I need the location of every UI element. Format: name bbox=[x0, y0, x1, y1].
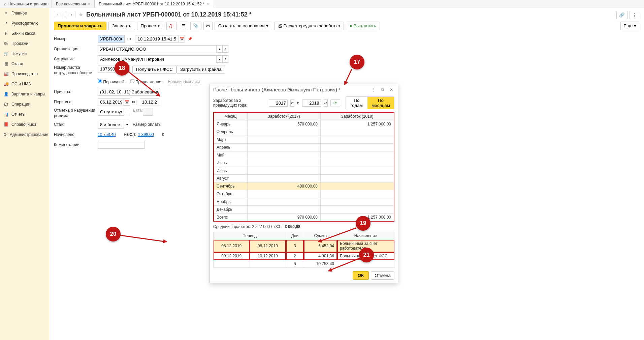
table-row[interactable]: Октябрь bbox=[214, 190, 394, 198]
load-from-file-button[interactable]: Загрузить из файла bbox=[176, 65, 225, 74]
date-field[interactable] bbox=[135, 35, 179, 43]
back-button[interactable]: ← bbox=[54, 11, 63, 18]
sidebar-item-purchases[interactable]: 🛒Покупки bbox=[0, 49, 49, 59]
document-icon[interactable]: ☰ bbox=[179, 22, 188, 30]
cancel-button[interactable]: Отмена bbox=[371, 271, 394, 280]
attachment-icon[interactable]: 📎 bbox=[190, 22, 201, 30]
save-button[interactable]: Записать bbox=[108, 22, 135, 30]
table-row[interactable]: Август bbox=[214, 175, 394, 182]
sidebar-item-assets[interactable]: 🚚ОС и НМА bbox=[0, 79, 49, 89]
calendar-icon[interactable]: 📅 bbox=[179, 35, 185, 42]
more-button[interactable]: Еще ▾ bbox=[620, 22, 639, 30]
dropdown-icon[interactable]: ▾ bbox=[216, 55, 222, 63]
cell-month: Июль bbox=[214, 167, 247, 175]
ellipsis-icon[interactable]: … bbox=[124, 108, 130, 115]
dropdown-icon[interactable]: ▾ bbox=[124, 121, 130, 128]
sidebar-item-bank[interactable]: ₽Банк и касса bbox=[0, 28, 49, 38]
spinner-icon[interactable]: ▴▾ bbox=[324, 99, 328, 107]
spinner-icon[interactable]: ▴▾ bbox=[290, 99, 294, 107]
table-row[interactable]: Май bbox=[214, 151, 394, 159]
table-row[interactable]: Сентябрь400 000,00 bbox=[214, 182, 394, 190]
cell-days: 3 bbox=[286, 240, 304, 252]
tab-home[interactable]: ⌂ Начальная страница bbox=[0, 0, 52, 8]
dtkt-icon[interactable]: Дт bbox=[166, 22, 177, 30]
cell-v2 bbox=[321, 128, 394, 136]
link-icon[interactable]: 🔗 bbox=[616, 11, 627, 19]
by-months-button[interactable]: По месяцам bbox=[367, 97, 394, 109]
sidebar-item-sales[interactable]: 🛍Продажи bbox=[0, 38, 49, 49]
favorite-icon[interactable]: ★ bbox=[78, 11, 84, 18]
cell-month: Апрель bbox=[214, 144, 247, 151]
table-row[interactable]: Апрель bbox=[214, 144, 394, 151]
button-label: Выплатить bbox=[353, 23, 376, 28]
close-icon[interactable]: ✕ bbox=[388, 87, 394, 92]
forward-button[interactable]: → bbox=[66, 11, 75, 18]
kebab-icon[interactable]: ⋮ bbox=[630, 11, 639, 19]
sidebar-item-operations[interactable]: ДтОперации bbox=[0, 99, 49, 109]
tab-all-accruals[interactable]: Все начисления × bbox=[52, 0, 95, 8]
cell-month: Май bbox=[214, 151, 247, 159]
cell-month: Март bbox=[214, 136, 247, 144]
post-and-close-button[interactable]: Провести и закрыть bbox=[54, 22, 106, 30]
col-earnings-2018: Заработок (2018) bbox=[321, 112, 394, 120]
home-icon: ⌂ bbox=[4, 2, 6, 6]
pin-icon[interactable]: 📌 bbox=[188, 37, 192, 41]
close-icon[interactable]: × bbox=[88, 2, 90, 6]
table-row[interactable]: Июль bbox=[214, 167, 394, 175]
calendar-icon[interactable]: 📅 bbox=[124, 98, 130, 106]
comment-field[interactable] bbox=[98, 141, 145, 149]
cell-month: Август bbox=[214, 175, 247, 182]
dropdown-icon[interactable]: ▾ bbox=[216, 45, 222, 53]
primary-radio[interactable]: Первичный bbox=[98, 79, 125, 84]
table-row[interactable]: Март bbox=[214, 136, 394, 144]
cell-v2: 1 257 000,00 bbox=[321, 120, 394, 128]
accrued-value[interactable]: 10 753,40 bbox=[98, 132, 116, 137]
table-row[interactable]: Февраль bbox=[214, 128, 394, 136]
ok-button[interactable]: ОК bbox=[353, 271, 369, 280]
continuation-link[interactable]: Больничный лист bbox=[168, 79, 201, 84]
number-field[interactable] bbox=[98, 35, 125, 43]
sidebar-item-reports[interactable]: 📊Отчеты bbox=[0, 109, 49, 119]
close-icon[interactable]: × bbox=[206, 2, 209, 6]
sidebar-item-admin[interactable]: ⚙Администрирование bbox=[0, 130, 49, 140]
total-label: Всего: bbox=[214, 214, 247, 222]
org-label: Организация: bbox=[54, 47, 98, 51]
kebab-icon[interactable]: ⋮ bbox=[371, 87, 377, 92]
sidebar-item-salary[interactable]: 👤Зарплата и кадры bbox=[0, 89, 49, 99]
sidebar-item-warehouse[interactable]: ▦Склад bbox=[0, 59, 49, 69]
table-row[interactable]: Июнь bbox=[214, 159, 394, 167]
year1-field[interactable] bbox=[269, 100, 288, 107]
year2-field[interactable] bbox=[302, 100, 321, 107]
period-from-field[interactable] bbox=[98, 98, 124, 106]
popout-icon[interactable]: ⧉ bbox=[380, 87, 386, 92]
sidebar-item-directories[interactable]: 📕Справочники bbox=[0, 119, 49, 130]
ndfl-value[interactable]: 1 398,00 bbox=[138, 132, 154, 137]
open-icon[interactable]: ↗ bbox=[222, 55, 228, 63]
pay-button[interactable]: ● Выплатить bbox=[346, 22, 380, 30]
by-years-button[interactable]: По годам bbox=[346, 97, 367, 109]
bag-icon: 🛍 bbox=[3, 41, 9, 46]
org-field[interactable] bbox=[98, 45, 216, 53]
stage-field[interactable] bbox=[98, 121, 124, 129]
avg-value: 3 050,68 bbox=[285, 224, 300, 229]
sidebar-item-main[interactable]: ≡Главное bbox=[0, 8, 49, 18]
tab-document[interactable]: Больничный лист УРБП-000001 от 10.12.201… bbox=[95, 0, 213, 8]
tab-all-label: Все начисления bbox=[56, 2, 86, 6]
violation-field[interactable] bbox=[98, 108, 124, 116]
table-row[interactable]: Январь570 000,001 257 000,00 bbox=[214, 120, 394, 128]
post-button[interactable]: Провести bbox=[137, 22, 164, 30]
continuation-radio[interactable]: Продолжение: bbox=[130, 79, 163, 84]
table-row[interactable]: Ноябрь bbox=[214, 198, 394, 206]
calc-average-button[interactable]: 🖨 Расчет среднего заработка bbox=[274, 22, 344, 30]
sidebar-item-manager[interactable]: ↗Руководителю bbox=[0, 18, 49, 28]
sidebar-item-production[interactable]: 🏭Производство bbox=[0, 69, 49, 79]
period-to-field[interactable] bbox=[140, 98, 159, 106]
get-from-fss-button[interactable]: Получить из ФСС bbox=[132, 65, 176, 74]
employee-field[interactable] bbox=[98, 55, 216, 63]
refresh-icon[interactable]: ⟳ bbox=[330, 99, 340, 107]
open-icon[interactable]: ↗ bbox=[222, 45, 228, 53]
sidebar-item-label: ОС и НМА bbox=[11, 82, 31, 86]
table-row[interactable]: Декабрь bbox=[214, 206, 394, 214]
create-based-on-button[interactable]: Создать на основании ▾ bbox=[215, 22, 272, 30]
mail-icon[interactable]: ✉ bbox=[203, 22, 213, 30]
